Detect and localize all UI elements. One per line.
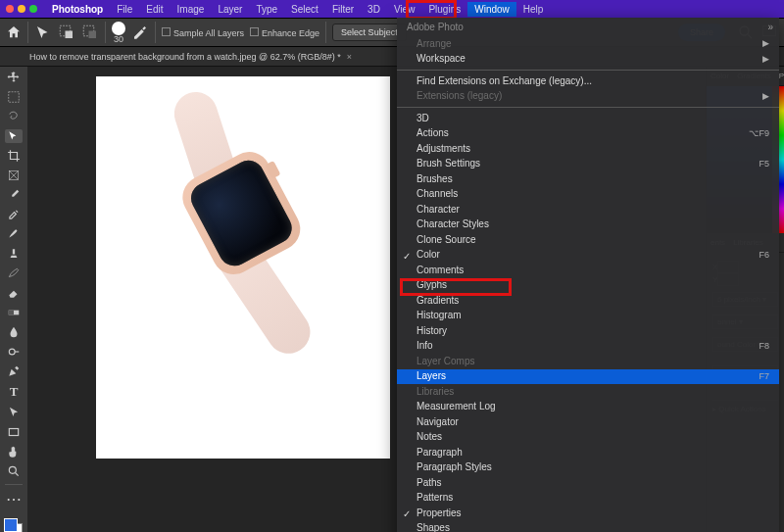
menu-image[interactable]: Image bbox=[171, 2, 212, 17]
menu-item-info[interactable]: InfoF8 bbox=[397, 339, 779, 355]
svg-point-17 bbox=[9, 466, 16, 473]
menu-item-extensions-legacy: Extensions (legacy)▶ bbox=[397, 89, 779, 105]
menu-item-notes[interactable]: Notes bbox=[397, 430, 779, 446]
type-tool-icon[interactable]: T bbox=[5, 384, 23, 400]
menu-select[interactable]: Select bbox=[284, 2, 325, 17]
gradient-tool-icon[interactable] bbox=[5, 306, 23, 319]
add-selection-icon[interactable] bbox=[58, 24, 75, 41]
menu-3d[interactable]: 3D bbox=[361, 2, 387, 17]
menu-item-paragraph-styles[interactable]: Paragraph Styles bbox=[397, 460, 779, 476]
menu-item-character-styles[interactable]: Character Styles bbox=[397, 218, 779, 233]
menu-item-find-extensions-on-exchange-legacy[interactable]: Find Extensions on Exchange (legacy)... bbox=[397, 73, 779, 89]
menu-item-character[interactable]: Character bbox=[397, 202, 779, 218]
maximize-window-icon[interactable] bbox=[29, 5, 37, 13]
color-swatches[interactable] bbox=[4, 518, 24, 532]
eyedropper-tool-icon[interactable] bbox=[5, 188, 23, 202]
brush-size-preview[interactable]: 30 bbox=[112, 22, 125, 44]
sample-all-layers-checkbox[interactable]: Sample All Layers bbox=[162, 27, 244, 38]
menu-app[interactable]: Photoshop bbox=[45, 2, 110, 17]
path-selection-tool-icon[interactable] bbox=[5, 406, 23, 419]
document-tab[interactable]: How to remove transparent background fro… bbox=[29, 52, 341, 62]
brush-size-value: 30 bbox=[114, 35, 123, 44]
menu-item-layers[interactable]: LayersF7 bbox=[397, 369, 779, 385]
menu-item-3d[interactable]: 3D bbox=[397, 111, 779, 126]
menu-item-patterns[interactable]: Patterns bbox=[397, 491, 779, 507]
eraser-tool-icon[interactable] bbox=[5, 286, 23, 300]
menu-item-measurement-log[interactable]: Measurement Log bbox=[397, 400, 779, 415]
menu-item-libraries: Libraries bbox=[397, 384, 779, 400]
clone-stamp-tool-icon[interactable] bbox=[5, 247, 23, 261]
zoom-tool-icon[interactable] bbox=[5, 464, 23, 478]
menu-item-history[interactable]: History bbox=[397, 323, 779, 339]
menu-header: Adobe Photo bbox=[397, 18, 779, 36]
dodge-tool-icon[interactable] bbox=[5, 345, 23, 359]
svg-rect-8 bbox=[9, 92, 20, 103]
menu-item-comments[interactable]: Comments bbox=[397, 263, 779, 278]
document-artboard bbox=[96, 76, 390, 459]
window-controls bbox=[6, 5, 37, 13]
svg-line-18 bbox=[16, 473, 19, 476]
menu-item-paths[interactable]: Paths bbox=[397, 475, 779, 491]
move-tool-icon[interactable] bbox=[5, 71, 23, 84]
menu-file[interactable]: File bbox=[110, 2, 139, 17]
menu-item-properties[interactable]: ✓Properties bbox=[397, 506, 779, 521]
foreground-color-swatch[interactable] bbox=[4, 518, 18, 532]
menubar: Photoshop File Edit Image Layer Type Sel… bbox=[0, 0, 784, 18]
menu-item-channels[interactable]: Channels bbox=[397, 187, 779, 203]
menu-item-layer-comps: Layer Comps bbox=[397, 354, 779, 369]
collapse-menu-icon[interactable]: » bbox=[767, 22, 773, 32]
close-tab-icon[interactable]: × bbox=[347, 52, 352, 62]
healing-brush-tool-icon[interactable] bbox=[5, 208, 23, 221]
menu-item-shapes[interactable]: Shapes bbox=[397, 521, 779, 533]
minimize-window-icon[interactable] bbox=[18, 5, 25, 13]
lasso-tool-icon[interactable] bbox=[5, 110, 23, 123]
svg-rect-1 bbox=[66, 31, 74, 39]
menu-item-paragraph[interactable]: Paragraph bbox=[397, 445, 779, 460]
hand-tool-icon[interactable] bbox=[5, 445, 23, 459]
quick-selection-tool-icon[interactable] bbox=[5, 129, 23, 143]
pen-tool-icon[interactable] bbox=[5, 364, 23, 378]
menu-item-color[interactable]: ✓ColorF6 bbox=[397, 248, 779, 264]
rectangle-tool-icon[interactable] bbox=[5, 425, 23, 439]
brush-settings-icon[interactable] bbox=[131, 24, 149, 41]
crop-tool-icon[interactable] bbox=[5, 149, 23, 163]
menu-layer[interactable]: Layer bbox=[211, 2, 249, 17]
menu-item-brush-settings[interactable]: Brush SettingsF5 bbox=[397, 157, 779, 172]
menu-plugins[interactable]: Plugins bbox=[421, 2, 467, 17]
menu-window[interactable]: Window bbox=[467, 2, 516, 17]
select-subject-button[interactable]: Select Subject bbox=[332, 24, 407, 41]
close-window-icon[interactable] bbox=[6, 5, 14, 13]
svg-rect-3 bbox=[89, 31, 97, 39]
menu-item-brushes[interactable]: Brushes bbox=[397, 171, 779, 187]
menu-item-gradients[interactable]: Gradients bbox=[397, 293, 779, 309]
menu-type[interactable]: Type bbox=[249, 2, 284, 17]
svg-point-14 bbox=[9, 349, 15, 355]
window-menu-dropdown: » Adobe Photo Arrange▶Workspace▶Find Ext… bbox=[397, 18, 779, 532]
quick-select-tool-icon[interactable] bbox=[34, 24, 52, 41]
menu-view[interactable]: View bbox=[387, 2, 422, 17]
subtract-selection-icon[interactable] bbox=[81, 24, 99, 41]
blur-tool-icon[interactable] bbox=[5, 325, 23, 339]
menu-help[interactable]: Help bbox=[516, 2, 551, 17]
svg-rect-13 bbox=[9, 311, 14, 315]
menu-filter[interactable]: Filter bbox=[325, 2, 361, 17]
menu-item-clone-source[interactable]: Clone Source bbox=[397, 232, 779, 248]
svg-rect-16 bbox=[9, 429, 18, 436]
menu-item-glyphs[interactable]: Glyphs bbox=[397, 278, 779, 294]
edit-toolbar-icon[interactable]: ⋯ bbox=[5, 491, 23, 508]
frame-tool-icon[interactable] bbox=[5, 169, 23, 182]
home-icon[interactable] bbox=[6, 24, 22, 40]
menu-item-navigator[interactable]: Navigator bbox=[397, 414, 779, 430]
menu-item-workspace[interactable]: Workspace▶ bbox=[397, 52, 779, 68]
marquee-tool-icon[interactable] bbox=[5, 90, 23, 104]
history-brush-tool-icon[interactable] bbox=[5, 266, 23, 280]
brush-tool-icon[interactable] bbox=[5, 227, 23, 241]
tools-panel: T ⋯ bbox=[0, 67, 27, 532]
menu-item-arrange: Arrange▶ bbox=[397, 36, 779, 52]
menu-item-adjustments[interactable]: Adjustments bbox=[397, 141, 779, 157]
enhance-edge-checkbox[interactable]: Enhance Edge bbox=[250, 27, 319, 38]
menu-item-histogram[interactable]: Histogram bbox=[397, 309, 779, 324]
menu-edit[interactable]: Edit bbox=[139, 2, 170, 17]
menu-item-actions[interactable]: Actions⌥F9 bbox=[397, 126, 779, 142]
